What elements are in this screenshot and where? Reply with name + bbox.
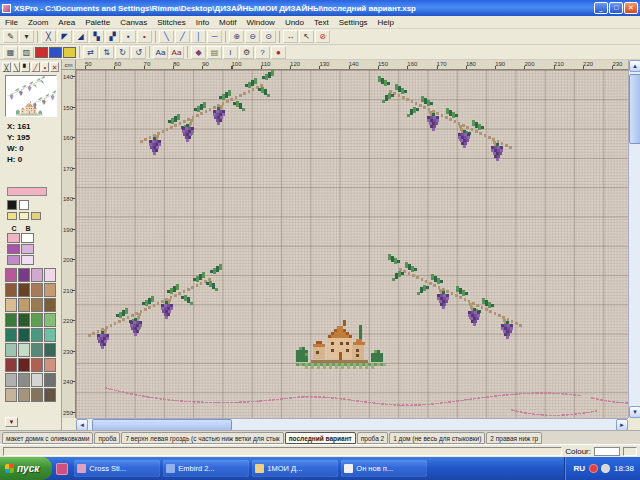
palette-swatch-23[interactable]: [31, 343, 43, 357]
backstitch-vert-tool[interactable]: │: [191, 30, 206, 43]
text-tool[interactable]: Aa: [153, 46, 168, 59]
tray-gray-icon[interactable]: [601, 464, 610, 473]
accent-swatch-1[interactable]: [7, 212, 17, 220]
minimize-button[interactable]: _: [594, 2, 608, 14]
help-tool[interactable]: ?: [255, 46, 270, 59]
palette-swatch-5[interactable]: [5, 283, 17, 297]
palette-swatch-16[interactable]: [44, 313, 56, 327]
rotate-cw-tool[interactable]: ↻: [115, 46, 130, 59]
zoom-out-tool[interactable]: ⊖: [245, 30, 260, 43]
motif-tool[interactable]: ◆: [191, 46, 206, 59]
pair-swatch-6[interactable]: [21, 255, 34, 265]
scroll-down-button[interactable]: ▼: [629, 406, 640, 418]
pattern-tab-2[interactable]: проба: [94, 432, 120, 444]
menu-window[interactable]: Window: [241, 16, 279, 29]
rotate-ccw-tool[interactable]: ↺: [131, 46, 146, 59]
palette-swatch-4[interactable]: [44, 268, 56, 282]
close-button[interactable]: ✕: [624, 2, 638, 14]
pair-swatch-1[interactable]: [7, 233, 20, 243]
palette-tool[interactable]: ▤: [207, 46, 222, 59]
pattern-tab-5[interactable]: проба 2: [357, 432, 388, 444]
half-stitch-button[interactable]: ╲: [12, 62, 21, 72]
three-quarter-stitch-tool[interactable]: ▞: [105, 30, 120, 43]
vertical-scroll-thumb[interactable]: [629, 74, 640, 144]
stitch-canvas[interactable]: [76, 70, 628, 418]
quarter-stitch-button[interactable]: ▘: [21, 62, 30, 72]
palette-swatch-10[interactable]: [18, 298, 30, 312]
palette-swatch-24[interactable]: [44, 343, 56, 357]
stop-tool[interactable]: ●: [271, 46, 286, 59]
palette-swatch-31[interactable]: [31, 373, 43, 387]
zoom-in-tool[interactable]: ⊕: [229, 30, 244, 43]
bead-button[interactable]: ✕: [50, 62, 59, 72]
menu-palette[interactable]: Palette: [80, 16, 115, 29]
palette-swatch-18[interactable]: [18, 328, 30, 342]
half-stitch-tool[interactable]: ◤: [57, 30, 72, 43]
swatch-yellow[interactable]: [63, 47, 76, 58]
select-tool[interactable]: ↖: [299, 30, 314, 43]
palette-swatch-21[interactable]: [5, 343, 17, 357]
palette-swatch-12[interactable]: [44, 298, 56, 312]
tool-dropdown[interactable]: ▾: [19, 30, 34, 43]
settings-tool[interactable]: ⚙: [239, 46, 254, 59]
palette-swatch-22[interactable]: [18, 343, 30, 357]
maximize-button[interactable]: □: [609, 2, 623, 14]
taskbar-task-1[interactable]: Cross Sti...: [74, 460, 160, 477]
palette-swatch-3[interactable]: [31, 268, 43, 282]
taskbar-task-4[interactable]: Он нов п...: [341, 460, 427, 477]
scroll-up-button[interactable]: ▲: [629, 60, 640, 72]
white-swatch[interactable]: [19, 200, 29, 210]
palette-scroll-down[interactable]: ▼: [5, 417, 18, 427]
accent-swatch-2[interactable]: [19, 212, 29, 220]
palette-swatch-36[interactable]: [44, 388, 56, 402]
backstitch-button[interactable]: ╱: [31, 62, 40, 72]
palette-swatch-6[interactable]: [18, 283, 30, 297]
french-knot-button[interactable]: •: [41, 62, 50, 72]
flip-vertical-tool[interactable]: ⇅: [99, 46, 114, 59]
menu-area[interactable]: Area: [53, 16, 80, 29]
backstitch-diag2-tool[interactable]: ╱: [175, 30, 190, 43]
taskbar-task-2[interactable]: Embird 2...: [163, 460, 249, 477]
fill-tool[interactable]: ▨: [19, 46, 34, 59]
pattern-tab-7[interactable]: 2 правая ниж гр: [486, 432, 542, 444]
palette-swatch-33[interactable]: [5, 388, 17, 402]
language-indicator[interactable]: RU: [573, 464, 585, 473]
start-button[interactable]: пуск: [0, 457, 52, 480]
taskbar-task-3[interactable]: 1МОИ Д...: [252, 460, 338, 477]
menu-undo[interactable]: Undo: [280, 16, 309, 29]
pattern-tab-1[interactable]: макет домик с оливковками: [2, 432, 93, 444]
full-stitch-tool[interactable]: ╳: [41, 30, 56, 43]
tray-red-icon[interactable]: [589, 464, 598, 473]
info-tool[interactable]: i: [223, 46, 238, 59]
palette-swatch-2[interactable]: [18, 268, 30, 282]
palette-swatch-9[interactable]: [5, 298, 17, 312]
menu-motif[interactable]: Motif: [214, 16, 241, 29]
current-color-swatch[interactable]: [7, 187, 47, 196]
pattern-tab-4[interactable]: последний вариант: [285, 432, 356, 444]
palette-swatch-30[interactable]: [18, 373, 30, 387]
palette-swatch-28[interactable]: [44, 358, 56, 372]
black-swatch[interactable]: [7, 200, 17, 210]
swatch-red[interactable]: [35, 47, 48, 58]
flip-horizontal-tool[interactable]: ⇄: [83, 46, 98, 59]
quick-launch-xspro[interactable]: [56, 463, 68, 475]
petite-stitch-tool[interactable]: ▪: [121, 30, 136, 43]
palette-swatch-19[interactable]: [31, 328, 43, 342]
pair-swatch-3[interactable]: [7, 244, 20, 254]
erase-tool[interactable]: ⊘: [315, 30, 330, 43]
palette-swatch-20[interactable]: [44, 328, 56, 342]
palette-swatch-8[interactable]: [44, 283, 56, 297]
menu-stitches[interactable]: Stitches: [152, 16, 190, 29]
backstitch-diag-tool[interactable]: ╲: [159, 30, 174, 43]
pattern-preview[interactable]: [5, 75, 57, 117]
palette-swatch-15[interactable]: [31, 313, 43, 327]
palette-swatch-34[interactable]: [18, 388, 30, 402]
palette-swatch-35[interactable]: [31, 388, 43, 402]
menu-info[interactable]: Info: [191, 16, 214, 29]
pattern-tab-6[interactable]: 1 дом (не весь для стыковки): [389, 432, 485, 444]
palette-swatch-14[interactable]: [18, 313, 30, 327]
palette-swatch-25[interactable]: [5, 358, 17, 372]
move-tool[interactable]: ↔: [283, 30, 298, 43]
pair-swatch-4[interactable]: [21, 244, 34, 254]
palette-swatch-27[interactable]: [31, 358, 43, 372]
